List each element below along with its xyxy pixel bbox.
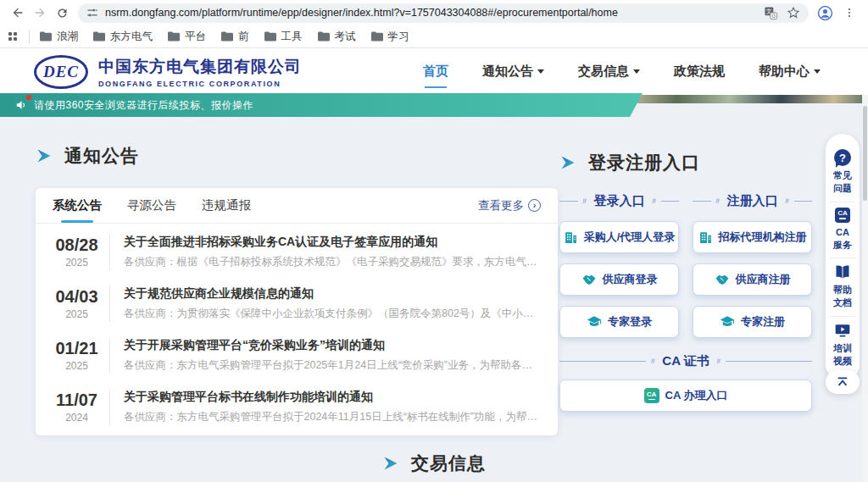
tool-label: 常见问题 — [832, 169, 854, 195]
caret-down-icon — [537, 69, 544, 74]
item-date: 11/07 2024 — [44, 389, 110, 425]
training-videos-button[interactable]: 培训视频 — [830, 316, 855, 374]
section-arrow-icon — [559, 154, 576, 171]
view-more-label: 查看更多 — [478, 198, 524, 213]
building-icon — [698, 230, 713, 245]
help-docs-button[interactable]: 帮助文档 — [830, 258, 855, 316]
site-info-icon[interactable] — [86, 7, 98, 19]
tool-label: CA服务 — [832, 226, 854, 252]
supplier-register-button[interactable]: 供应商注册 — [693, 263, 812, 296]
nav-item-notices[interactable]: 通知公告 — [482, 58, 544, 85]
url-bar[interactable]: nsrm.dongfang.com/platform/runtime/epp/d… — [78, 3, 809, 23]
back-icon[interactable] — [7, 2, 29, 24]
bookmark-folder[interactable]: 东方电气 — [93, 30, 153, 44]
chevron-right-circle-icon: › — [528, 199, 541, 212]
login-register-section-header: 登录注册入口 — [559, 151, 812, 175]
bidding-agency-register-button[interactable]: 招标代理机构注册 — [693, 221, 812, 253]
video-icon — [834, 322, 851, 339]
bookmarks-bar: 浪潮 东方电气 平台 前 工具 考试 学习 — [0, 25, 868, 48]
handshake-icon — [715, 272, 730, 287]
back-to-top-button[interactable] — [826, 370, 860, 394]
supplier-login-button[interactable]: 供应商登录 — [559, 263, 679, 296]
item-summary: 各供应商：根据《电子招标投标系统技术规范》《电子采购交易规范》要求，东方电气采购… — [124, 255, 542, 269]
buyer-agent-login-button[interactable]: 采购人/代理人登录 — [559, 221, 679, 253]
list-item[interactable]: 01/21 2025 关于开展采购管理平台“竞价采购业务”培训的通知 各供应商：… — [36, 330, 558, 381]
company-name-en: DONGFANG ELECTRIC CORPORATION — [98, 80, 302, 88]
ca-service-button[interactable]: CA CA服务 — [830, 202, 855, 258]
bookmark-folder[interactable]: 学习 — [371, 30, 409, 44]
bookmark-folder[interactable]: 工具 — [264, 30, 303, 44]
item-date: 01/21 2025 — [44, 337, 110, 374]
section-title: 登录注册入口 — [588, 151, 700, 175]
bookmark-label: 平台 — [185, 30, 206, 44]
item-date: 08/28 2025 — [44, 234, 110, 270]
list-item[interactable]: 11/07 2024 关于采购管理平台标书在线制作功能培训的通知 各供应商：东方… — [36, 381, 558, 433]
bookmark-label: 前 — [238, 30, 249, 44]
ca-group-header: 〃 CA 证书 〃 — [559, 353, 812, 369]
bookmark-folder[interactable]: 前 — [221, 30, 249, 44]
browser-notice-banner: 请使用360安全浏览器进行后续投标、报价操作 — [0, 93, 643, 117]
question-icon: ? — [834, 149, 851, 166]
company-name-cn: 中国东方电气集团有限公司 — [98, 56, 302, 78]
nav-item-policies[interactable]: 政策法规 — [674, 58, 725, 85]
view-more-link[interactable]: 查看更多 › — [478, 198, 541, 213]
faq-button[interactable]: ? 常见问题 — [832, 144, 854, 202]
tab-system-announcements[interactable]: 系统公告 — [53, 188, 102, 223]
speaker-icon — [15, 99, 27, 111]
bookmark-label: 考试 — [335, 30, 356, 44]
button-label: 采购人/代理人登录 — [584, 230, 676, 245]
login-group-header: 〃 登录入口 〃 — [559, 193, 679, 209]
button-label: 供应商登录 — [603, 272, 658, 287]
item-date: 04/03 2025 — [44, 285, 110, 322]
button-label: 专家注册 — [741, 314, 785, 330]
folder-icon — [264, 31, 276, 42]
profile-avatar-icon[interactable] — [817, 5, 833, 21]
folder-icon — [40, 31, 52, 42]
tool-label: 帮助文档 — [832, 284, 854, 309]
bookmark-label: 工具 — [281, 30, 303, 44]
expert-login-button[interactable]: 专家登录 — [559, 306, 679, 338]
page: nsrm.dongfang.com/platform/runtime/epp/d… — [0, 0, 868, 482]
forward-icon[interactable] — [29, 2, 51, 24]
nav-item-trade-info[interactable]: 交易信息 — [578, 58, 640, 85]
register-group-header: 〃 注册入口 〃 — [693, 193, 812, 209]
item-title: 关于规范供应商企业规模信息的通知 — [124, 286, 542, 302]
announcements-tabs: 系统公告 寻源公告 违规通报 查看更多 › — [36, 188, 558, 224]
button-label: 招标代理机构注册 — [719, 230, 807, 245]
expert-register-button[interactable]: 专家注册 — [693, 306, 812, 338]
back-to-top-icon — [836, 375, 849, 389]
translate-icon[interactable]: 文G — [764, 6, 778, 20]
bookmark-label: 浪潮 — [57, 30, 78, 44]
caret-down-icon — [633, 69, 640, 74]
nav-item-help-center[interactable]: 帮助中心 — [759, 58, 821, 85]
site-header: DEC 中国东方电气集团有限公司 DONGFANG ELECTRIC CORPO… — [0, 48, 868, 95]
ca-apply-button[interactable]: CA CA 办理入口 — [559, 380, 812, 412]
divider — [29, 30, 30, 43]
nav-item-home[interactable]: 首页 — [423, 58, 448, 85]
list-item[interactable]: 08/28 2025 关于全面推进非招标采购业务CA认证及电子签章应用的通知 各… — [36, 226, 558, 278]
tab-sourcing-announcements[interactable]: 寻源公告 — [127, 188, 176, 223]
list-item[interactable]: 04/03 2025 关于规范供应商企业规模信息的通知 各供应商：为贯彻落实《保… — [36, 278, 558, 330]
url-text[interactable]: nsrm.dongfang.com/platform/runtime/epp/d… — [105, 7, 618, 19]
browser-toolbar: nsrm.dongfang.com/platform/runtime/epp/d… — [0, 0, 868, 25]
bookmark-folder[interactable]: 平台 — [168, 30, 206, 44]
announcements-card: 系统公告 寻源公告 违规通报 查看更多 › 08/28 2025 关于全面推进非… — [36, 188, 558, 435]
graduation-cap-icon — [587, 314, 602, 330]
folder-icon — [371, 31, 383, 42]
browser-menu-icon[interactable] — [843, 7, 855, 19]
announcements-section-header: 通知公告 — [36, 144, 558, 168]
folder-icon — [318, 31, 330, 42]
item-title: 关于开展采购管理平台“竞价采购业务”培训的通知 — [124, 338, 542, 353]
item-title: 关于全面推进非招标采购业务CA认证及电子签章应用的通知 — [124, 235, 542, 250]
scrollbar-thumb[interactable] — [863, 106, 867, 201]
tab-violation-reports[interactable]: 违规通报 — [202, 188, 251, 223]
ca-card-icon: CA — [835, 208, 850, 223]
item-summary: 各供应商：为贯彻落实《保障中小企业款项支付条例》（国务院令第802号）及《中小企… — [124, 307, 542, 321]
apps-grid-icon[interactable] — [8, 32, 17, 41]
company-logo[interactable]: DEC 中国东方电气集团有限公司 DONGFANG ELECTRIC CORPO… — [34, 55, 302, 89]
bookmark-folder[interactable]: 浪潮 — [40, 30, 78, 44]
bookmark-folder[interactable]: 考试 — [318, 30, 356, 44]
graduation-cap-icon — [720, 314, 735, 330]
refresh-icon[interactable] — [51, 2, 73, 24]
bookmark-star-icon[interactable] — [787, 6, 800, 19]
